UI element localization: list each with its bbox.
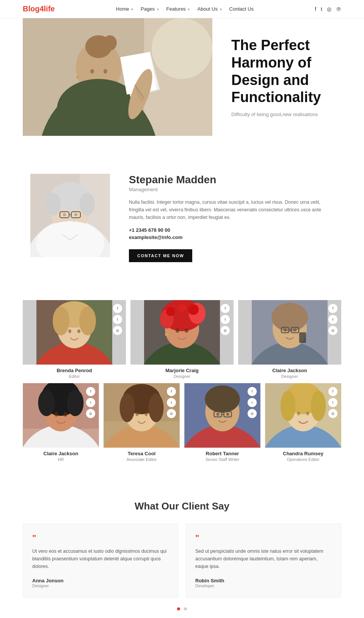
svg-point-93 [226, 413, 229, 416]
instagram-icon[interactable]: ◎ [86, 409, 95, 418]
team-img-brenda [23, 300, 126, 365]
hero-image-bg [23, 18, 212, 136]
facebook-icon[interactable]: f [113, 304, 122, 313]
facebook-icon[interactable]: f [86, 387, 95, 396]
hero-image [23, 18, 212, 136]
svg-point-83 [145, 412, 148, 416]
testimonials-grid: " Ut vero eos et accusamus et iusto odio… [23, 524, 341, 598]
nav-about[interactable]: About Us ▾ [197, 6, 221, 12]
twitter-icon[interactable]: t [167, 398, 176, 407]
testi-author-name-1: Anna Jonson [32, 578, 169, 583]
testi-text-1: Ut vero eos et accusamus et iusto odio d… [32, 547, 169, 570]
testi-pagination [23, 605, 341, 612]
testi-text-2: Sed ut perspiciatis unde omnis iste natu… [195, 547, 332, 570]
instagram-icon[interactable]: ◎ [113, 326, 122, 335]
testi-card-2: " Sed ut perspiciatis unde omnis iste na… [186, 524, 341, 598]
team-social-marjorie: f t ◎ [221, 304, 230, 335]
svg-point-54 [165, 332, 169, 336]
nav-pinterest-icon[interactable]: ℗ [336, 6, 341, 12]
team-social-brenda: f t ◎ [113, 304, 122, 335]
profile-phone: +1 2345 678 90 00 [129, 227, 334, 233]
site-logo[interactable]: Blog4life [23, 5, 55, 13]
navbar: Blog4life Home ▾ Pages ▾ Features ▾ Abou… [0, 0, 364, 18]
nav-features[interactable]: Features ▾ [166, 6, 190, 12]
svg-point-64 [293, 329, 297, 332]
svg-point-39 [79, 307, 96, 335]
team-name-brenda: Brenda Penrod [23, 368, 126, 373]
svg-point-7 [104, 69, 107, 74]
nav-instagram-icon[interactable]: ◎ [327, 6, 331, 12]
team-card-chandra: f t ◎ Chandra Rumsey Operations Editor [265, 383, 341, 462]
nav-social: f t ◎ ℗ [315, 6, 341, 12]
svg-point-101 [297, 412, 300, 415]
svg-point-6 [90, 69, 94, 74]
nav-home[interactable]: Home ▾ [116, 6, 133, 12]
instagram-icon[interactable]: ◎ [221, 326, 230, 335]
team-row-1: f t ◎ Brenda Penrod Editor [23, 300, 341, 379]
svg-point-5 [103, 35, 117, 50]
instagram-icon[interactable]: ◎ [328, 326, 337, 335]
team-role-claire-hr: HR [23, 457, 99, 462]
testi-author-2: Robin Smith Developer [195, 578, 332, 588]
team-card-brenda: f t ◎ Brenda Penrod Editor [23, 300, 126, 379]
profile-info: Stepanie Madden Management Nulla facilis… [129, 174, 334, 262]
hero-text: The Perfect Harmony of Design and Functi… [212, 37, 341, 117]
profile-section: Stepanie Madden Management Nulla facilis… [0, 151, 364, 285]
svg-rect-65 [299, 332, 306, 343]
testi-author-1: Anna Jonson Designer [32, 578, 169, 588]
team-section: f t ◎ Brenda Penrod Editor [0, 285, 364, 481]
team-name-teresa: Teresa Cool [104, 451, 180, 456]
testi-dot-1[interactable] [177, 607, 180, 610]
svg-point-24 [46, 193, 61, 215]
svg-point-81 [149, 393, 164, 422]
svg-point-92 [217, 413, 220, 416]
svg-point-8 [76, 75, 79, 79]
twitter-icon[interactable]: t [113, 315, 122, 324]
nav-pages[interactable]: Pages ▾ [141, 6, 158, 12]
contact-cta-button[interactable]: CONTACT ME NOW [129, 249, 192, 262]
testi-dot-2[interactable] [184, 607, 187, 610]
logo-text-accent: 4life [39, 5, 55, 13]
svg-point-25 [80, 193, 95, 215]
facebook-icon[interactable]: f [328, 387, 337, 396]
twitter-icon[interactable]: t [86, 398, 95, 407]
profile-bio: Nulla facilisi. Integer tortor magna, cu… [129, 198, 334, 221]
profile-image [30, 174, 110, 257]
instagram-icon[interactable]: ◎ [328, 409, 337, 418]
team-social-claire1: f t ◎ [328, 304, 337, 335]
testi-card-1: " Ut vero eos et accusamus et iusto odio… [23, 524, 178, 598]
instagram-icon[interactable]: ◎ [248, 409, 257, 418]
testi-author-role-2: Developer [195, 583, 332, 588]
twitter-icon[interactable]: t [328, 315, 337, 324]
team-card-robert: f t ◎ Robert Tanner Senior Staff Writer [184, 383, 260, 462]
team-name-chandra: Chandra Rumsey [265, 451, 341, 456]
facebook-icon[interactable]: f [248, 387, 257, 396]
svg-point-17 [152, 18, 212, 79]
svg-point-41 [77, 329, 80, 333]
team-card-marjorie: f t ◎ Marjorie Craig Designer [130, 300, 234, 379]
team-name-claire1: Claire Jackson [238, 368, 341, 373]
svg-point-99 [281, 391, 296, 421]
instagram-icon[interactable]: ◎ [167, 409, 176, 418]
testi-author-name-2: Robin Smith [195, 578, 332, 583]
twitter-icon[interactable]: t [221, 315, 230, 324]
team-role-claire1: Designer [238, 374, 341, 379]
nav-twitter-icon[interactable]: t [321, 6, 322, 12]
team-role-teresa: Associate Editor [104, 457, 180, 462]
svg-point-40 [68, 329, 71, 333]
facebook-icon[interactable]: f [221, 304, 230, 313]
nav-facebook-icon[interactable]: f [315, 6, 316, 12]
facebook-icon[interactable]: f [167, 387, 176, 396]
twitter-icon[interactable]: t [328, 398, 337, 407]
testimonials-title: What Our Client Say [23, 500, 341, 512]
svg-point-53 [185, 328, 188, 333]
team-row-2: f t ◎ Claire Jackson HR [23, 383, 341, 462]
team-social-robert: f t ◎ [248, 387, 257, 418]
nav-contact[interactable]: Contact Us [229, 6, 254, 12]
svg-point-100 [311, 391, 326, 421]
team-name-claire-hr: Claire Jackson [23, 451, 99, 456]
svg-point-59 [271, 303, 308, 332]
twitter-icon[interactable]: t [248, 398, 257, 407]
facebook-icon[interactable]: f [328, 304, 337, 313]
svg-point-30 [74, 213, 77, 216]
